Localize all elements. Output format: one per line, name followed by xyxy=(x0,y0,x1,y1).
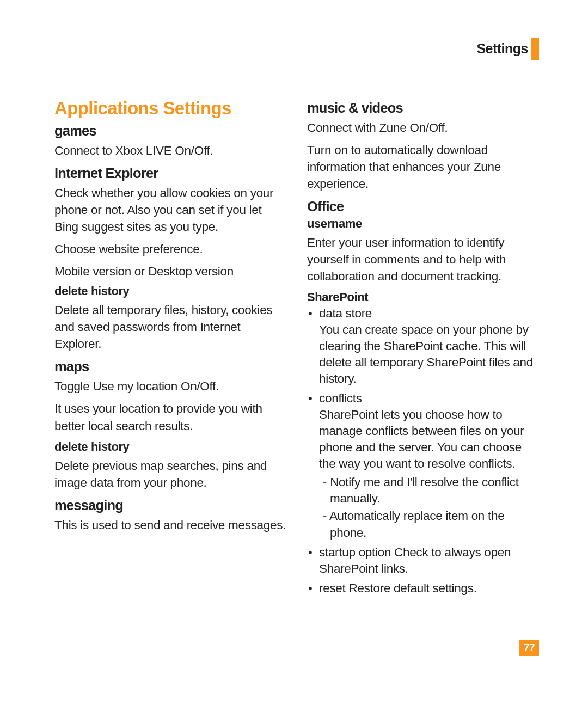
dash-notify-manually: - Notify me and I'll resolve the conflic… xyxy=(322,474,539,507)
text-maps-delete-history-body: Delete previous map searches, pins and i… xyxy=(54,457,286,491)
text-messaging-body: This is used to send and receive message… xyxy=(54,517,286,534)
text-music-p1: Connect with Zune On/Off. xyxy=(307,119,539,136)
content-columns: Applications Settings games Connect to X… xyxy=(54,98,539,601)
header-accent-bar xyxy=(531,38,539,60)
heading-messaging: messaging xyxy=(54,498,286,513)
bullet-startup-option: startup option Check to always open Shar… xyxy=(307,544,539,577)
page-title: Applications Settings xyxy=(54,98,286,119)
page-number-badge: 77 xyxy=(519,640,539,656)
heading-maps-delete-history: delete history xyxy=(54,440,286,454)
heading-office: Office xyxy=(307,199,539,214)
text-maps-p2: It uses your location to provide you wit… xyxy=(54,400,286,434)
bullet-conflicts: conflicts SharePoint lets you choose how… xyxy=(307,390,539,541)
page: Settings Applications Settings games Con… xyxy=(0,0,588,705)
text-ie-p2: Choose website preference. xyxy=(54,241,286,258)
text-ie-delete-history-body: Delete all temporary files, history, coo… xyxy=(54,302,286,352)
text-maps-p1: Toggle Use my location On/Off. xyxy=(54,378,286,395)
bullet-data-store: data store You can create space on your … xyxy=(307,305,539,387)
header-section-title: Settings xyxy=(476,41,528,57)
heading-music-videos: music & videos xyxy=(307,100,539,116)
heading-office-sharepoint: SharePoint xyxy=(307,290,539,304)
text-ie-p3: Mobile version or Desktop version xyxy=(54,263,286,280)
text-office-username-body: Enter your user information to identify … xyxy=(307,234,539,285)
dash-auto-replace: - Automatically replace item on the phon… xyxy=(322,508,539,541)
bullet-conflicts-body: SharePoint lets you choose how to manage… xyxy=(319,408,524,470)
page-header: Settings xyxy=(54,41,539,60)
heading-ie-delete-history: delete history xyxy=(54,284,286,298)
text-games-body: Connect to Xbox LIVE On/Off. xyxy=(54,142,286,159)
conflicts-dash-list: - Notify me and I'll resolve the conflic… xyxy=(322,474,539,542)
heading-maps: maps xyxy=(54,359,286,375)
right-column: music & videos Connect with Zune On/Off.… xyxy=(307,98,539,601)
left-column: Applications Settings games Connect to X… xyxy=(54,98,286,601)
heading-office-username: username xyxy=(307,217,539,231)
text-ie-p1: Check whether you allow cookies on your … xyxy=(54,185,286,235)
sharepoint-bullet-list: data store You can create space on your … xyxy=(307,305,539,596)
bullet-conflicts-lead: conflicts xyxy=(319,390,539,407)
heading-internet-explorer: Internet Explorer xyxy=(54,165,286,181)
text-music-p2: Turn on to automatically download inform… xyxy=(307,142,539,192)
bullet-data-store-body: You can create space on your phone by cl… xyxy=(319,323,533,385)
bullet-reset: reset Restore default settings. xyxy=(307,580,539,597)
heading-games: games xyxy=(54,123,286,139)
bullet-data-store-lead: data store xyxy=(319,305,539,322)
